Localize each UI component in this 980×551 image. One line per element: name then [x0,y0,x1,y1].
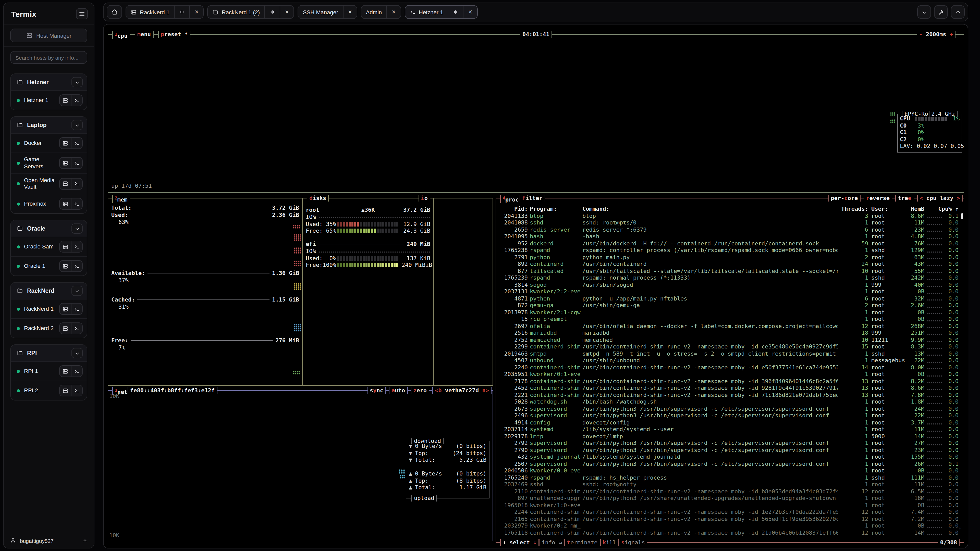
tab-close-button[interactable]: ✕ [190,6,204,18]
process-row-2037469[interactable]: 2037469sshdsshd: root@notty1root11M0.0 [496,481,964,488]
host-terminal-open-button[interactable] [71,198,82,209]
btop-preset-button[interactable]: preset * [158,31,190,38]
process-row-2029178[interactable]: 2029178lmtpdovecot/lmtp1500014M0.0 [496,433,964,440]
process-row-2791[interactable]: 2791pythonpython main.py2root63M0.0 [496,254,964,261]
proc-tree-toggle[interactable]: tree [895,195,914,202]
tab-racknerd-1-2-[interactable]: RackNerd 1 (2)✕ [207,5,294,19]
sidebar-host-proxmox[interactable]: Proxmox [11,194,87,213]
net-auto-button[interactable]: auto [389,387,407,394]
process-row-2752[interactable]: 2752memcachedmemcached10112119.9M0.0 [496,337,964,343]
process-row-5028[interactable]: 5028watchdog.sh/bin/bash /watchdog.sh1ro… [496,399,964,405]
tab-split-button[interactable] [448,6,463,18]
sidebar-host-game-servers[interactable]: Game Servers [11,152,87,173]
sidebar-host-hetzner-1[interactable]: Hetzner 1 [11,90,87,110]
process-row-2037131[interactable]: 2037131kworker/2:2-even1root0B0.0 [496,288,964,295]
tab-admin[interactable]: Admin✕ [361,5,401,19]
home-tab-button[interactable] [107,5,122,19]
group-collapse-button[interactable] [72,77,83,87]
sidebar-host-docker[interactable]: Docker [11,133,87,152]
process-row-1765240[interactable]: 1765240rspamdrspamd: hs_helper process1s… [496,474,964,481]
host-manager-open-button[interactable] [60,95,71,106]
host-terminal-open-button[interactable] [71,303,82,314]
cpu-panel-title[interactable]: 1cpu [112,31,130,39]
host-terminal-open-button[interactable] [71,261,82,272]
btop-menu-button[interactable]: menu [135,31,153,38]
sidebar-host-racknerd-2[interactable]: RackNerd 2 [11,318,87,338]
group-header-laptop[interactable]: Laptop [11,117,87,133]
proc-per-core-toggle[interactable]: per-core [828,195,860,202]
tab-racknerd-1[interactable]: RackNerd 1✕ [126,5,204,19]
process-row-2041088[interactable]: 2041088sshdsshd: root@pts/01root11M0.0 [496,219,964,226]
tabbar-tools-button[interactable] [934,5,948,19]
proc-reverse-toggle[interactable]: reverse [863,195,892,202]
process-row-2452[interactable]: 2452containerd-shim/usr/bin/containerd-s… [496,385,964,392]
process-row-2041133[interactable]: 2041133btopbtop3root8.6M0.1 [496,213,964,219]
tab-split-button[interactable] [265,6,280,18]
group-collapse-button[interactable] [72,224,83,233]
process-row-1965018[interactable]: 1965018kworker/1:0-even1root0B0.0 [496,502,964,509]
host-terminal-open-button[interactable] [71,385,82,396]
process-row-897[interactable]: 897unattended-upgr/usr/bin/python3 /usr/… [496,495,964,502]
host-terminal-open-button[interactable] [71,241,82,252]
process-row-2165[interactable]: 2165containerd-shim/usr/bin/containerd-s… [496,516,964,522]
sidebar-menu-button[interactable] [76,8,88,19]
process-row-2244[interactable]: 2244containerd-shim/usr/bin/containerd-s… [496,509,964,516]
process-row-2240[interactable]: 2240containerd-shim/usr/bin/containerd-s… [496,364,964,371]
process-row-4507[interactable]: 4507unbound/usr/sbin/unbound1messagebus2… [496,357,964,364]
host-manager-open-button[interactable] [60,303,71,314]
tabbar-expand-button[interactable] [951,5,965,19]
proc-panel-title[interactable]: 4proc [500,195,522,203]
process-row-432[interactable]: 432systemd-journal/lib/systemd/systemd-j… [496,454,964,460]
process-row-2697[interactable]: 2697ofelia/usr/bin/ofelia daemon --docke… [496,323,964,330]
process-row-4914[interactable]: 4914configdovecot/config1root3.7M0.0 [496,419,964,426]
process-row-877[interactable]: 877tailscaled/usr/sbin/tailscaled --stat… [496,268,964,275]
process-row-2110[interactable]: 2110containerd-shim/usr/bin/containerd-s… [496,488,964,495]
host-manager-open-button[interactable] [60,241,71,252]
tab-close-button[interactable]: ✕ [280,6,294,18]
process-row-2299[interactable]: 2299containerd-shim/usr/bin/containerd-s… [496,343,964,350]
proc-terminate-action[interactable]: terminate [565,539,600,546]
group-collapse-button[interactable] [72,348,83,358]
host-search-input[interactable] [10,51,87,64]
process-row-2496[interactable]: 2496supervisord/usr/bin/python3 /usr/bin… [496,412,964,419]
process-row-952[interactable]: 952dockerd/usr/bin/dockerd -H fd:// --co… [496,240,964,247]
process-row-2221[interactable]: 2221containerd-shim/usr/bin/containerd-s… [496,392,964,399]
process-row-2037114[interactable]: 2037114systemd/lib/systemd/systemd --use… [496,426,964,433]
group-collapse-button[interactable] [72,286,83,296]
host-manager-open-button[interactable] [60,366,71,376]
process-row-892[interactable]: 892containerd/usr/bin/containerd24root43… [496,261,964,268]
chevron-up-icon[interactable] [82,538,88,543]
net-sync-button[interactable]: sync [367,387,386,394]
process-row-2659[interactable]: 2659redis-serverredis-server *:63796root… [496,226,964,233]
process-row-2013978[interactable]: 2013978kworker/2:1-cgwb1root0B0.0 [496,309,964,316]
host-terminal-open-button[interactable] [71,323,82,333]
proc-column-headers[interactable]: Pid:Program:Command:Threads:User:MemBCpu… [496,206,964,213]
tab-close-button[interactable]: ✕ [463,6,477,18]
process-row-2019463[interactable]: 2019463smtpdsmtpd -n 589 -t inet -u -o s… [496,350,964,357]
process-row-15[interactable]: 15rcu_preempt1root0B0.0 [496,316,964,323]
tab-ssh-manager[interactable]: SSH Manager✕ [298,5,357,19]
net-interface-switcher[interactable]: <b vetha7c27d n> [432,387,492,394]
group-header-rpi[interactable]: RPI [11,345,87,361]
process-row-1765118[interactable]: 1765118containerd-shim/usr/bin/container… [496,529,964,536]
proc-signals-action[interactable]: signals [619,539,648,546]
process-row-2178[interactable]: 2178containerd-shim/usr/bin/containerd-s… [496,378,964,385]
btop-refresh-control[interactable]: - 2000ms + [917,31,956,38]
host-manager-open-button[interactable] [60,385,71,396]
process-row-2035951[interactable]: 2035951kworker/0:1-even1root0B0.0 [496,371,964,378]
host-terminal-open-button[interactable] [71,179,82,189]
host-manager-button[interactable]: Host Manager [10,29,87,42]
process-row-2032979[interactable]: 2032979kworker/0:2-mm_p1root0B0.0 [496,522,964,529]
sidebar-host-oracle-1[interactable]: Oracle 1 [11,256,87,275]
process-row-2040506[interactable]: 2040506kworker/0:0-even1root0B0.0 [496,467,964,474]
process-row-2516[interactable]: 2516mariadbdmariadbd18999251M0.0 [496,330,964,337]
tab-close-button[interactable]: ✕ [343,6,357,18]
disks-io-toggle[interactable]: io [418,195,431,202]
proc-info-action[interactable]: info ↵ [539,539,565,546]
host-manager-open-button[interactable] [60,158,71,168]
group-collapse-button[interactable] [72,120,83,130]
process-row-2507[interactable]: 2507supervisord/usr/bin/python3 /usr/bin… [496,460,964,467]
proc-scrollbar-thumb[interactable] [961,213,963,219]
process-row-872[interactable]: 872qemu-ga/usr/sbin/qemu-ga2root2.6M0.0 [496,302,964,309]
host-manager-open-button[interactable] [60,179,71,189]
